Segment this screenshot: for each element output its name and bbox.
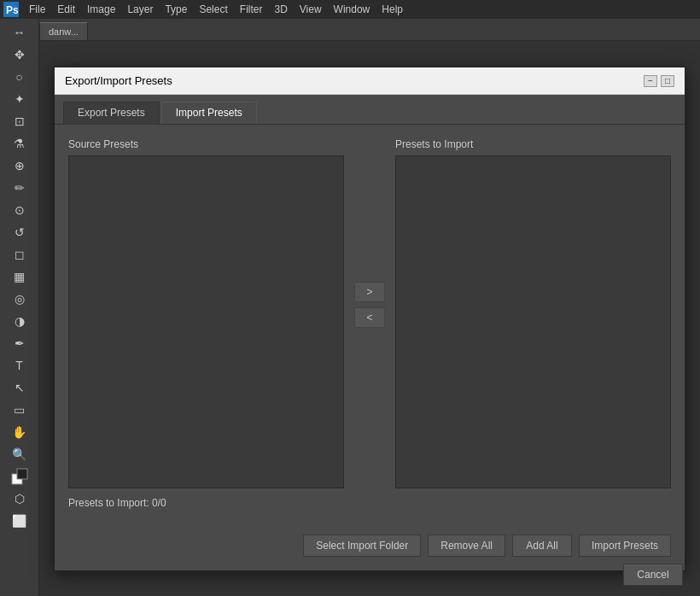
menu-image[interactable]: Image bbox=[82, 2, 120, 17]
menu-filter[interactable]: Filter bbox=[235, 2, 268, 17]
path-selection-icon[interactable]: ↖ bbox=[9, 377, 30, 398]
svg-rect-3 bbox=[17, 469, 27, 479]
gradient-tool-icon[interactable]: ▦ bbox=[9, 266, 30, 287]
menu-file[interactable]: File bbox=[24, 2, 50, 17]
dodge-tool-icon[interactable]: ◑ bbox=[9, 311, 30, 331]
pen-tool-icon[interactable]: ✒ bbox=[9, 333, 30, 354]
dialog-title: Export/Import Presets bbox=[65, 74, 172, 87]
panels-row: Source Presets > < Presets to Import bbox=[68, 138, 671, 488]
menu-3d[interactable]: 3D bbox=[269, 2, 292, 17]
maximize-button[interactable]: □ bbox=[661, 75, 674, 87]
lasso-tool-icon[interactable]: ○ bbox=[9, 67, 30, 87]
move-tool-icon[interactable]: ↔ bbox=[9, 22, 30, 43]
hand-tool-icon[interactable]: ✋ bbox=[9, 422, 30, 442]
dialog-footer: Select Import Folder Remove All Add All … bbox=[55, 535, 685, 570]
menu-view[interactable]: View bbox=[295, 2, 327, 17]
menu-bar: Ps File Edit Image Layer Type Select Fil… bbox=[0, 0, 700, 19]
brush-tool-icon[interactable]: ✏ bbox=[9, 178, 30, 198]
source-presets-list[interactable] bbox=[68, 155, 344, 488]
app-logo: Ps bbox=[3, 2, 19, 17]
menu-layer[interactable]: Layer bbox=[122, 2, 158, 17]
magic-wand-icon[interactable]: ✦ bbox=[9, 89, 30, 109]
presets-to-import-panel: Presets to Import bbox=[395, 138, 671, 488]
transfer-buttons-section: > < bbox=[344, 138, 395, 471]
tab-import-presets[interactable]: Import Presets bbox=[161, 102, 257, 124]
canvas-area: Export/Import Presets − □ Export Presets… bbox=[39, 41, 700, 596]
remove-all-button[interactable]: Remove All bbox=[428, 535, 505, 557]
clone-stamp-icon[interactable]: ⊙ bbox=[9, 200, 30, 220]
screen-mode-icon[interactable]: ⬜ bbox=[9, 511, 30, 531]
export-import-dialog: Export/Import Presets − □ Export Presets… bbox=[54, 67, 685, 571]
transfer-forward-button[interactable]: > bbox=[354, 282, 385, 302]
menu-window[interactable]: Window bbox=[329, 2, 376, 17]
source-presets-label: Source Presets bbox=[68, 138, 344, 150]
crop-tool-icon[interactable]: ⊡ bbox=[9, 111, 30, 131]
text-tool-icon[interactable]: T bbox=[9, 355, 30, 376]
quick-mask-icon[interactable]: ⬡ bbox=[9, 488, 30, 509]
select-import-folder-button[interactable]: Select Import Folder bbox=[303, 535, 421, 557]
menu-edit[interactable]: Edit bbox=[52, 2, 80, 17]
dialog-titlebar: Export/Import Presets − □ bbox=[55, 67, 685, 95]
heal-tool-icon[interactable]: ⊕ bbox=[9, 155, 30, 176]
menu-help[interactable]: Help bbox=[376, 2, 408, 17]
minimize-button[interactable]: − bbox=[644, 75, 657, 87]
dialog-tab-bar: Export Presets Import Presets bbox=[55, 95, 685, 125]
toolbar: ↔ ✥ ○ ✦ ⊡ ⚗ ⊕ ✏ ⊙ ↺ ◻ ▦ ◎ ◑ ✒ T ↖ ▭ ✋ 🔍 … bbox=[0, 19, 39, 596]
tab-export-presets[interactable]: Export Presets bbox=[63, 102, 160, 124]
cancel-button[interactable]: Cancel bbox=[623, 564, 683, 586]
cancel-area: Cancel bbox=[623, 564, 683, 586]
eyedropper-icon[interactable]: ⚗ bbox=[9, 133, 30, 154]
source-presets-panel: Source Presets bbox=[68, 138, 344, 488]
foreground-color-icon[interactable] bbox=[9, 466, 30, 487]
zoom-tool-icon[interactable]: 🔍 bbox=[9, 444, 30, 465]
doc-tab-bar: danw... bbox=[39, 19, 700, 41]
shape-tool-icon[interactable]: ▭ bbox=[9, 400, 30, 420]
transfer-back-button[interactable]: < bbox=[354, 307, 385, 328]
presets-count-label: Presets to Import: 0/0 bbox=[68, 497, 671, 509]
dialog-body: Source Presets > < Presets to Import bbox=[55, 125, 685, 535]
presets-to-import-list[interactable] bbox=[395, 155, 671, 488]
menu-type[interactable]: Type bbox=[160, 2, 192, 17]
import-presets-button[interactable]: Import Presets bbox=[579, 535, 671, 557]
dialog-overlay: Export/Import Presets − □ Export Presets… bbox=[39, 41, 700, 596]
add-all-button[interactable]: Add All bbox=[512, 535, 572, 557]
eraser-tool-icon[interactable]: ◻ bbox=[9, 244, 30, 265]
svg-text:Ps: Ps bbox=[6, 4, 19, 16]
select-tool-icon[interactable]: ✥ bbox=[9, 44, 30, 65]
dialog-window-controls: − □ bbox=[644, 75, 674, 87]
history-brush-icon[interactable]: ↺ bbox=[9, 222, 30, 242]
blur-tool-icon[interactable]: ◎ bbox=[9, 289, 30, 309]
presets-to-import-label: Presets to Import bbox=[395, 138, 671, 150]
document-tab[interactable]: danw... bbox=[39, 22, 88, 40]
menu-select[interactable]: Select bbox=[194, 2, 232, 17]
